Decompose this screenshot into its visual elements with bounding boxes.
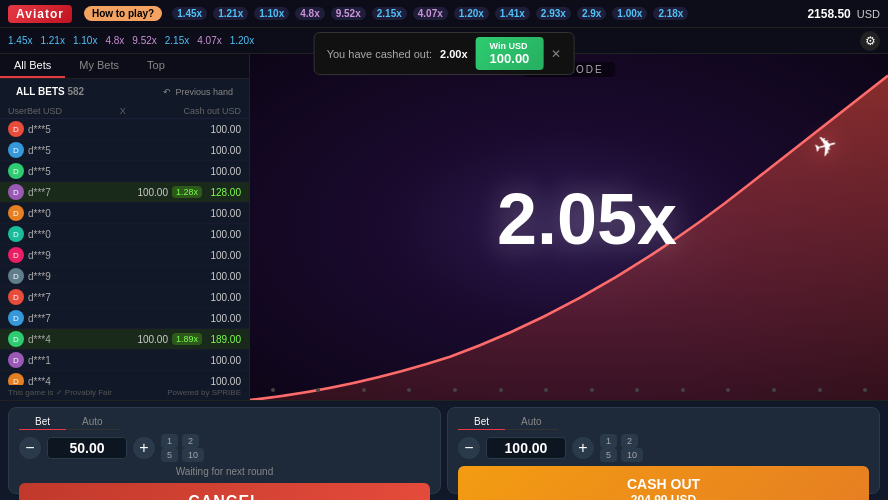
win-amount: 100.00 bbox=[490, 51, 530, 66]
bet-panel-2-minus-button[interactable]: − bbox=[458, 437, 480, 459]
quick-btn-1[interactable]: 1 bbox=[161, 434, 178, 448]
bet-username: d***5 bbox=[28, 124, 192, 135]
bet-panel-2-quick-buttons: 1 2 bbox=[600, 434, 643, 448]
multiplier-history-bar: 1.45x1.21x1.10x4.8x9.52x2.15x4.07x1.20x1… bbox=[172, 7, 797, 20]
bet-username: d***4 bbox=[28, 334, 119, 345]
table-row: Dd***5100.00 bbox=[0, 119, 249, 140]
multiplier-badge: 4.8x bbox=[295, 7, 324, 20]
recent-mult-item: 2.15x bbox=[165, 35, 189, 46]
quick-btn-10[interactable]: 10 bbox=[182, 448, 204, 462]
tab-my-bets[interactable]: My Bets bbox=[65, 54, 133, 78]
bet2-quick-btn-5[interactable]: 5 bbox=[600, 448, 617, 462]
bet-panel-1-plus-button[interactable]: + bbox=[133, 437, 155, 459]
bet2-quick-btn-1[interactable]: 1 bbox=[600, 434, 617, 448]
bet-panel-1-tabs: Bet Auto bbox=[19, 414, 430, 430]
multiplier-badge: 9.52x bbox=[331, 7, 366, 20]
multiplier-badge: 1.21x bbox=[213, 7, 248, 20]
grid-dot bbox=[863, 388, 867, 392]
bet-panel-1-tab-auto[interactable]: Auto bbox=[66, 414, 119, 430]
bet-username: d***0 bbox=[28, 208, 192, 219]
bet-panel-1-amount-row: − + 1 2 5 10 bbox=[19, 434, 430, 462]
avatar: D bbox=[8, 373, 24, 385]
bet-cashout-amount: 189.00 bbox=[206, 334, 241, 345]
grid-dot bbox=[362, 388, 366, 392]
recent-mult-item: 4.8x bbox=[105, 35, 124, 46]
cashout-button[interactable]: CASH OUT 204.99 USD bbox=[458, 466, 869, 500]
bet-panel-1-minus-button[interactable]: − bbox=[19, 437, 41, 459]
avatar: D bbox=[8, 163, 24, 179]
table-row: Dd***1100.00 bbox=[0, 350, 249, 371]
bet-panel-2: Bet Auto − + 1 2 5 10 CASH OUT 204.99 US… bbox=[447, 407, 880, 494]
previous-hand-button[interactable]: ↶ Previous hand bbox=[155, 85, 241, 99]
multiplier-badge: 2.93x bbox=[536, 7, 571, 20]
bet-panel-2-tabs: Bet Auto bbox=[458, 414, 869, 430]
bet-amount: 100.00 bbox=[123, 334, 168, 345]
table-row: Dd***7100.00 bbox=[0, 308, 249, 329]
table-row: Dd***4100.001.89x189.00 bbox=[0, 329, 249, 350]
bet2-quick-btn-10[interactable]: 10 bbox=[621, 448, 643, 462]
bet-tabs-row: All Bets My Bets Top bbox=[0, 54, 249, 79]
multiplier-badge: 2.9x bbox=[577, 7, 606, 20]
bet-panel-1-quick-buttons-2: 5 10 bbox=[161, 448, 204, 462]
bet-username: d***9 bbox=[28, 250, 192, 261]
settings-button[interactable]: ⚙ bbox=[860, 31, 880, 51]
bet-amount: 100.00 bbox=[123, 187, 168, 198]
bet-amount: 100.00 bbox=[196, 250, 241, 261]
bottom-controls: Bet Auto − + 1 2 5 10 Waiting for next r… bbox=[0, 400, 888, 500]
bet-panel-1-tab-bet[interactable]: Bet bbox=[19, 414, 66, 430]
bet-amount: 100.00 bbox=[196, 271, 241, 282]
avatar: D bbox=[8, 247, 24, 263]
win-button: Win USD 100.00 bbox=[476, 37, 544, 70]
close-notification-button[interactable]: ✕ bbox=[551, 47, 561, 61]
bet-username: d***7 bbox=[28, 313, 192, 324]
bet-panel-2-plus-button[interactable]: + bbox=[572, 437, 594, 459]
table-row: Dd***7100.00 bbox=[0, 287, 249, 308]
bet2-quick-btn-2[interactable]: 2 bbox=[621, 434, 638, 448]
multiplier-badge: 2.15x bbox=[372, 7, 407, 20]
bet-username: d***1 bbox=[28, 355, 192, 366]
multiplier-badge: 1.41x bbox=[495, 7, 530, 20]
avatar: D bbox=[8, 121, 24, 137]
table-row: Dd***5100.00 bbox=[0, 161, 249, 182]
bet-username: d***7 bbox=[28, 187, 119, 198]
multiplier-badge: 1.10x bbox=[254, 7, 289, 20]
bet-amount: 100.00 bbox=[196, 313, 241, 324]
bets-list: Dd***5100.00Dd***5100.00Dd***5100.00Dd**… bbox=[0, 119, 249, 385]
recent-mult-item: 1.45x bbox=[8, 35, 32, 46]
grid-dot bbox=[818, 388, 822, 392]
grid-dot bbox=[681, 388, 685, 392]
tab-all-bets[interactable]: All Bets bbox=[0, 54, 65, 78]
cashout-notif-multiplier: 2.00x bbox=[440, 48, 468, 60]
bet-amount: 100.00 bbox=[196, 229, 241, 240]
balance-value: 2158.50 bbox=[807, 7, 850, 21]
grid-dots bbox=[250, 380, 888, 400]
quick-btn-5[interactable]: 5 bbox=[161, 448, 178, 462]
bet-panel-2-tab-bet[interactable]: Bet bbox=[458, 414, 505, 430]
bet-multiplier-badge: 1.89x bbox=[172, 333, 202, 345]
bet-panel-1-amount-input[interactable] bbox=[47, 437, 127, 459]
cashout-amount: 204.99 USD bbox=[472, 493, 855, 500]
bet-panel-2-amount-input[interactable] bbox=[486, 437, 566, 459]
cashout-notif-text: You have cashed out: bbox=[327, 48, 432, 60]
tab-top[interactable]: Top bbox=[133, 54, 179, 78]
bet-panel-1-quick-buttons: 1 2 bbox=[161, 434, 204, 448]
bet-username: d***7 bbox=[28, 292, 192, 303]
grid-dot bbox=[726, 388, 730, 392]
table-row: Dd***0100.00 bbox=[0, 203, 249, 224]
table-row: Dd***5100.00 bbox=[0, 140, 249, 161]
grid-dot bbox=[453, 388, 457, 392]
table-row: Dd***9100.00 bbox=[0, 245, 249, 266]
cancel-button[interactable]: CANCEL bbox=[19, 483, 430, 500]
quick-btn-2[interactable]: 2 bbox=[182, 434, 199, 448]
bet-panel-2-tab-auto[interactable]: Auto bbox=[505, 414, 558, 430]
bets-column-headers: User Bet USD X Cash out USD bbox=[0, 104, 249, 119]
how-to-play-button[interactable]: How to play? bbox=[84, 6, 162, 21]
avatar: D bbox=[8, 289, 24, 305]
left-panel: All Bets My Bets Top ALL BETS 582 ↶ Prev… bbox=[0, 54, 250, 400]
grid-dot bbox=[635, 388, 639, 392]
balance-currency: USD bbox=[857, 8, 880, 20]
bet-multiplier-badge: 1.28x bbox=[172, 186, 202, 198]
bet-amount: 100.00 bbox=[196, 145, 241, 156]
multiplier-badge: 2.18x bbox=[653, 7, 688, 20]
table-row: Dd***0100.00 bbox=[0, 224, 249, 245]
